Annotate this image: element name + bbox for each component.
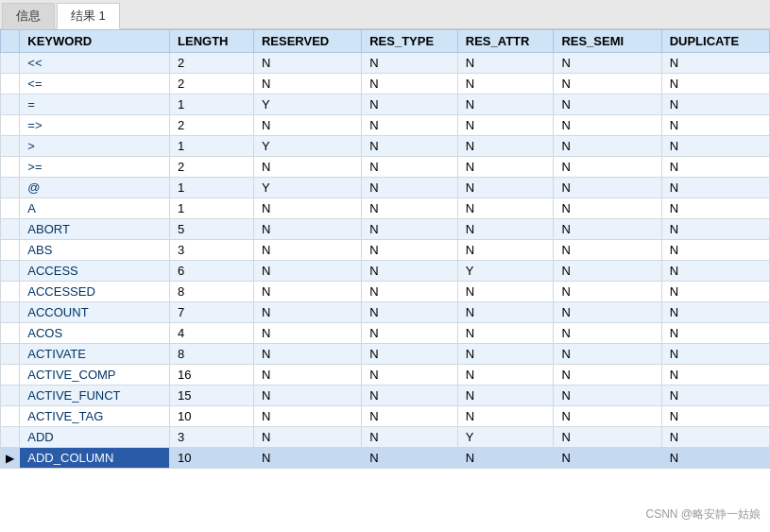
table-row[interactable]: >1YNNNN <box>1 136 770 157</box>
row-indicator <box>1 261 20 282</box>
table-row[interactable]: ACTIVE_TAG10NNNNN <box>1 406 770 427</box>
cell-value: N <box>554 261 661 282</box>
cell-value: N <box>362 178 458 198</box>
cell-value: N <box>457 198 554 219</box>
table-row[interactable]: ACCESSED8NNNNN <box>1 282 770 302</box>
table-row[interactable]: ACTIVATE8NNNNN <box>1 344 770 365</box>
cell-value: N <box>457 115 554 136</box>
cell-value: N <box>457 448 554 469</box>
cell-value: N <box>457 219 554 240</box>
table-row[interactable]: ACOS4NNNNN <box>1 323 770 344</box>
cell-value: N <box>661 448 769 469</box>
cell-value: N <box>661 323 769 344</box>
column-header-1: KEYWORD <box>20 30 170 53</box>
cell-value: 1 <box>170 178 254 198</box>
cell-value: N <box>253 115 361 136</box>
cell-value: N <box>554 344 661 365</box>
cell-value: N <box>253 406 361 427</box>
cell-value: N <box>362 219 458 240</box>
cell-value: 2 <box>170 53 254 74</box>
table-row[interactable]: ACTIVE_FUNCT15NNNNN <box>1 386 770 406</box>
cell-keyword: A <box>20 198 170 219</box>
cell-value: N <box>661 240 769 261</box>
cell-value: N <box>362 386 458 406</box>
cell-value: 6 <box>170 261 254 282</box>
cell-keyword: ACTIVE_TAG <box>20 406 170 427</box>
cell-value: N <box>457 136 554 157</box>
cell-value: N <box>253 157 361 178</box>
table-row[interactable]: ABS3NNNNN <box>1 240 770 261</box>
cell-value: N <box>362 302 458 323</box>
cell-value: N <box>362 406 458 427</box>
cell-value: 10 <box>170 406 254 427</box>
table-row[interactable]: A1NNNNN <box>1 198 770 219</box>
table-row[interactable]: ADD3NNYNN <box>1 427 770 448</box>
cell-value: N <box>554 74 661 94</box>
data-table: KEYWORDLENGTHRESERVEDRES_TYPERES_ATTRRES… <box>0 29 770 469</box>
row-indicator <box>1 115 20 136</box>
row-indicator <box>1 240 20 261</box>
row-indicator <box>1 386 20 406</box>
cell-keyword: >= <box>20 157 170 178</box>
cell-value: N <box>362 240 458 261</box>
cell-value: N <box>362 115 458 136</box>
cell-value: 2 <box>170 115 254 136</box>
cell-keyword: ACTIVATE <box>20 344 170 365</box>
row-indicator <box>1 344 20 365</box>
column-header-2: LENGTH <box>170 30 254 53</box>
cell-value: 2 <box>170 157 254 178</box>
cell-value: N <box>253 323 361 344</box>
table-row[interactable]: @1YNNNN <box>1 178 770 198</box>
cell-value: N <box>253 427 361 448</box>
cell-value: N <box>661 178 769 198</box>
table-row[interactable]: ABORT5NNNNN <box>1 219 770 240</box>
cell-value: 3 <box>170 427 254 448</box>
cell-value: N <box>253 261 361 282</box>
cell-value: 1 <box>170 198 254 219</box>
row-indicator <box>1 406 20 427</box>
column-header-5: RES_ATTR <box>457 30 554 53</box>
table-row[interactable]: ▶ADD_COLUMN10NNNNN <box>1 448 770 469</box>
cell-value: 15 <box>170 386 254 406</box>
cell-value: N <box>457 74 554 94</box>
tab-info[interactable]: 信息 <box>2 3 55 29</box>
table-row[interactable]: =>2NNNNN <box>1 115 770 136</box>
cell-value: 10 <box>170 448 254 469</box>
cell-value: N <box>661 74 769 94</box>
cell-value: N <box>661 261 769 282</box>
cell-value: N <box>253 240 361 261</box>
cell-value: N <box>253 448 361 469</box>
cell-value: 3 <box>170 240 254 261</box>
row-indicator <box>1 157 20 178</box>
cell-value: N <box>661 282 769 302</box>
table-row[interactable]: <<2NNNNN <box>1 53 770 74</box>
cell-value: N <box>661 53 769 74</box>
cell-keyword: ADD_COLUMN <box>20 448 170 469</box>
table-row[interactable]: >=2NNNNN <box>1 157 770 178</box>
table-row[interactable]: ACCESS6NNYNN <box>1 261 770 282</box>
table-row[interactable]: ACTIVE_COMP16NNNNN <box>1 365 770 386</box>
cell-value: N <box>362 427 458 448</box>
cell-value: N <box>554 240 661 261</box>
table-row[interactable]: ACCOUNT7NNNNN <box>1 302 770 323</box>
row-indicator <box>1 136 20 157</box>
table-row[interactable]: <=2NNNNN <box>1 74 770 94</box>
cell-value: N <box>661 386 769 406</box>
cell-value: N <box>661 198 769 219</box>
cell-value: N <box>253 282 361 302</box>
table-row[interactable]: =1YNNNN <box>1 94 770 115</box>
cell-keyword: = <box>20 94 170 115</box>
cell-value: N <box>661 94 769 115</box>
cell-value: N <box>554 94 661 115</box>
cell-keyword: ACCESS <box>20 261 170 282</box>
cell-value: N <box>554 282 661 302</box>
row-indicator <box>1 53 20 74</box>
watermark: CSNN @略安静一姑娘 <box>645 506 761 523</box>
cell-value: N <box>554 323 661 344</box>
tab-result1[interactable]: 结果 1 <box>57 3 120 29</box>
cell-value: N <box>457 365 554 386</box>
row-indicator <box>1 94 20 115</box>
cell-value: N <box>661 406 769 427</box>
cell-value: Y <box>457 261 554 282</box>
cell-value: N <box>457 344 554 365</box>
